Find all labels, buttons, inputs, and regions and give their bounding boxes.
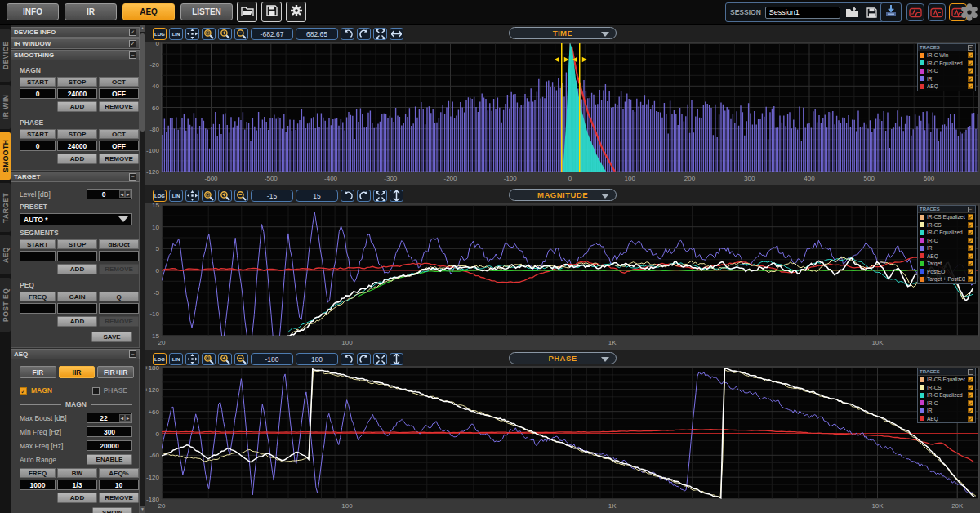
new-session-folder-icon[interactable] xyxy=(844,5,860,20)
value-field[interactable]: 24000 xyxy=(57,88,97,99)
time-zoom-window-icon[interactable] xyxy=(202,28,216,40)
save-file-button[interactable] xyxy=(261,2,282,22)
trace-visible-checkbox[interactable]: ✓ xyxy=(968,52,973,58)
time-fit-icon[interactable] xyxy=(373,28,387,40)
value-field[interactable]: OFF xyxy=(99,88,139,99)
remove-button[interactable]: REMOVE xyxy=(99,493,139,503)
value-field[interactable] xyxy=(99,303,139,314)
magnitude-lin-button[interactable]: LIN xyxy=(169,190,183,202)
level-increment[interactable]: ▸ xyxy=(125,190,131,198)
phase-plot-canvas[interactable]: 201001K10K20K+180+120+600-60-120-180 xyxy=(145,366,980,513)
magnitude-plot-canvas[interactable]: 201001K10K151050-5-10-15 xyxy=(145,203,980,350)
phase-checkbox[interactable] xyxy=(92,387,100,395)
time-lin-button[interactable]: LIN xyxy=(169,28,183,40)
time-axis-max-field[interactable]: 682.65 xyxy=(296,28,338,40)
trace-visible-checkbox[interactable]: ✓ xyxy=(968,392,973,398)
time-zoom-out-icon[interactable] xyxy=(234,28,248,40)
level-decrement[interactable]: ◂ xyxy=(119,190,125,198)
phase-redo-icon[interactable] xyxy=(357,353,371,365)
legend-collapse-icon[interactable]: − xyxy=(968,369,973,375)
main-tab-info[interactable]: INFO xyxy=(7,3,59,20)
ir-slot-2-button[interactable] xyxy=(928,3,946,21)
add-button[interactable]: ADD xyxy=(57,316,97,327)
trace-visible-checkbox[interactable]: ✓ xyxy=(968,400,973,406)
trace-visible-checkbox[interactable]: ✓ xyxy=(968,68,973,74)
auto-range-enable-button[interactable]: ENABLE xyxy=(87,454,132,465)
value-field[interactable] xyxy=(57,303,97,314)
add-button[interactable]: ADD xyxy=(57,493,97,503)
sidebar-tab-ir-win[interactable]: IR WIN xyxy=(0,85,11,129)
value-field[interactable]: 0 xyxy=(20,88,56,99)
max-boost-db-field[interactable]: 22◂▸ xyxy=(87,413,132,423)
add-button[interactable]: ADD xyxy=(57,154,97,164)
magnitude-plot-selector[interactable]: MAGNITUDE xyxy=(509,189,617,201)
value-field[interactable] xyxy=(20,251,56,261)
scrollbar-thumb[interactable] xyxy=(140,33,145,132)
main-tab-aeq[interactable]: AEQ xyxy=(122,3,175,20)
sidebar-scrollbar[interactable]: ▲ ▼ xyxy=(140,25,145,513)
trace-visible-checkbox[interactable]: ✓ xyxy=(968,261,973,266)
phase-pan-icon[interactable] xyxy=(185,353,199,365)
legend-collapse-icon[interactable]: − xyxy=(968,207,973,212)
time-axis-range-icon[interactable] xyxy=(390,28,403,40)
magnitude-zoom-in-icon[interactable] xyxy=(218,190,232,202)
legend-collapse-icon[interactable]: − xyxy=(968,45,973,51)
scroll-up-icon[interactable]: ▲ xyxy=(140,25,145,32)
time-pan-icon[interactable] xyxy=(185,28,199,40)
phase-zoom-window-icon[interactable] xyxy=(202,353,216,365)
panel-header-ir-window[interactable]: IR WINDOW ✓ xyxy=(11,38,140,49)
value-field[interactable]: 24000 xyxy=(57,141,97,151)
magnitude-redo-icon[interactable] xyxy=(357,190,371,202)
trace-visible-checkbox[interactable]: ✓ xyxy=(968,83,973,89)
aeq-tab-iir[interactable]: IIR xyxy=(59,366,96,378)
sidebar-tab-target[interactable]: TARGET xyxy=(0,183,11,232)
save-session-icon[interactable] xyxy=(864,5,880,20)
sidebar-tab-post-eq[interactable]: POST EQ xyxy=(0,278,11,332)
sidebar-tab-aeq[interactable]: AEQ xyxy=(0,235,11,274)
remove-button[interactable]: REMOVE xyxy=(99,101,139,112)
magnitude-pan-icon[interactable] xyxy=(185,190,199,202)
value-field[interactable]: 0 xyxy=(20,141,56,151)
magnitude-undo-icon[interactable] xyxy=(341,190,354,202)
magnitude-axis-max-field[interactable]: 15 xyxy=(296,190,338,202)
time-plot-canvas[interactable]: -600-500-400-300-200-1000100200300400500… xyxy=(145,42,980,185)
preset-dropdown[interactable]: AUTO * xyxy=(20,213,132,225)
session-name-input[interactable] xyxy=(765,7,840,19)
aeq-tab-fir-plus-iir[interactable]: FIR+IIR xyxy=(97,366,134,378)
value-field[interactable] xyxy=(20,303,56,314)
increment[interactable]: ▸ xyxy=(125,414,131,422)
remove-button[interactable]: REMOVE xyxy=(99,154,139,164)
time-undo-icon[interactable] xyxy=(341,28,354,40)
aeq-show-button[interactable]: SHOW xyxy=(92,507,132,513)
time-axis-min-field[interactable]: -682.67 xyxy=(251,28,293,40)
max-freq-hz-field[interactable]: 20000 xyxy=(87,440,132,451)
panel-collapse-icon[interactable]: − xyxy=(129,350,136,358)
value-field[interactable]: 10 xyxy=(99,480,139,490)
save-target-button[interactable]: SAVE xyxy=(91,332,132,342)
magnitude-zoom-out-icon[interactable] xyxy=(234,190,248,202)
value-field[interactable]: OFF xyxy=(99,141,139,151)
sidebar-tab-smooth[interactable]: SMOOTH xyxy=(0,132,11,180)
panel-header-target[interactable]: TARGET − xyxy=(11,172,140,182)
ir-slot-1-button[interactable] xyxy=(906,3,924,21)
phase-axis-max-field[interactable]: 180 xyxy=(296,353,338,365)
trace-visible-checkbox[interactable]: ✓ xyxy=(968,76,973,82)
panel-edit-icon[interactable]: ✓ xyxy=(129,29,136,36)
phase-log-button[interactable]: LOG xyxy=(153,353,167,365)
decrement[interactable]: ◂ xyxy=(119,414,125,422)
magnitude-axis-range-icon[interactable] xyxy=(390,190,403,202)
settings-button[interactable] xyxy=(286,2,306,22)
time-log-button[interactable]: LOG xyxy=(153,28,167,40)
panel-collapse-icon[interactable]: − xyxy=(129,173,136,181)
level-field[interactable]: 0 ◂▸ xyxy=(87,189,132,199)
phase-lin-button[interactable]: LIN xyxy=(169,353,183,365)
magnitude-log-button[interactable]: LOG xyxy=(153,190,167,202)
phase-axis-min-field[interactable]: -180 xyxy=(251,353,293,365)
value-field[interactable] xyxy=(57,251,97,261)
trace-visible-checkbox[interactable]: ✓ xyxy=(968,230,973,235)
time-zoom-in-icon[interactable] xyxy=(218,28,232,40)
trace-visible-checkbox[interactable]: ✓ xyxy=(968,276,973,282)
magnitude-fit-icon[interactable] xyxy=(373,190,387,202)
trace-visible-checkbox[interactable]: ✓ xyxy=(968,253,973,259)
magn-checkbox[interactable]: ✓ xyxy=(20,387,27,395)
